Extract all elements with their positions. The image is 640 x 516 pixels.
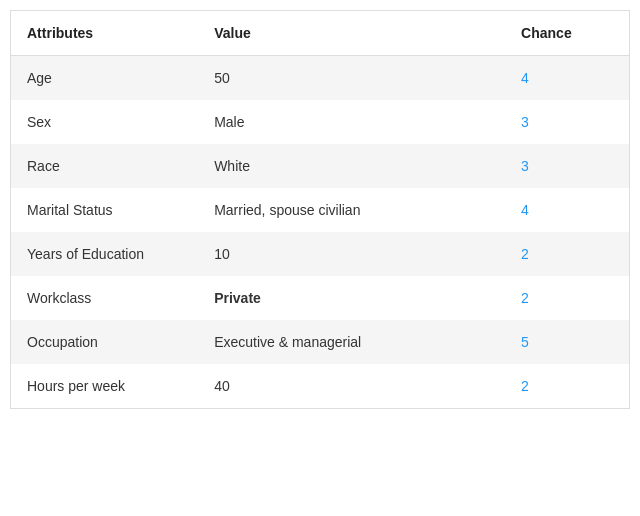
table-row: Hours per week402 [11,364,630,409]
chance-number: 5 [521,334,529,350]
chance-number: 2 [521,290,529,306]
chance-number: 4 [521,70,529,86]
header-value: Value [198,11,505,56]
table-row: WorkclassPrivate2 [11,276,630,320]
cell-value: 50 [198,56,505,101]
cell-value: Married, spouse civilian [198,188,505,232]
table-row: Years of Education102 [11,232,630,276]
header-chance: Chance [505,11,629,56]
attributes-table: Attributes Value Chance Age504SexMale3Ra… [10,10,630,409]
cell-chance: 2 [505,364,629,409]
cell-value: Male [198,100,505,144]
cell-value: White [198,144,505,188]
cell-attribute: Marital Status [11,188,199,232]
table-row: Age504 [11,56,630,101]
chance-number: 4 [521,202,529,218]
table-row: RaceWhite3 [11,144,630,188]
cell-attribute: Occupation [11,320,199,364]
cell-chance: 3 [505,144,629,188]
cell-attribute: Age [11,56,199,101]
table-row: OccupationExecutive & managerial5 [11,320,630,364]
cell-value: Private [198,276,505,320]
cell-value: 40 [198,364,505,409]
header-attribute: Attributes [11,11,199,56]
chance-number: 2 [521,246,529,262]
table-row: SexMale3 [11,100,630,144]
cell-value: 10 [198,232,505,276]
cell-chance: 4 [505,188,629,232]
cell-chance: 5 [505,320,629,364]
cell-value: Executive & managerial [198,320,505,364]
chance-number: 3 [521,114,529,130]
cell-attribute: Years of Education [11,232,199,276]
cell-chance: 2 [505,276,629,320]
cell-attribute: Hours per week [11,364,199,409]
cell-attribute: Race [11,144,199,188]
chance-number: 2 [521,378,529,394]
cell-chance: 3 [505,100,629,144]
cell-attribute: Sex [11,100,199,144]
cell-attribute: Workclass [11,276,199,320]
cell-chance: 2 [505,232,629,276]
table-row: Marital StatusMarried, spouse civilian4 [11,188,630,232]
chance-number: 3 [521,158,529,174]
cell-chance: 4 [505,56,629,101]
